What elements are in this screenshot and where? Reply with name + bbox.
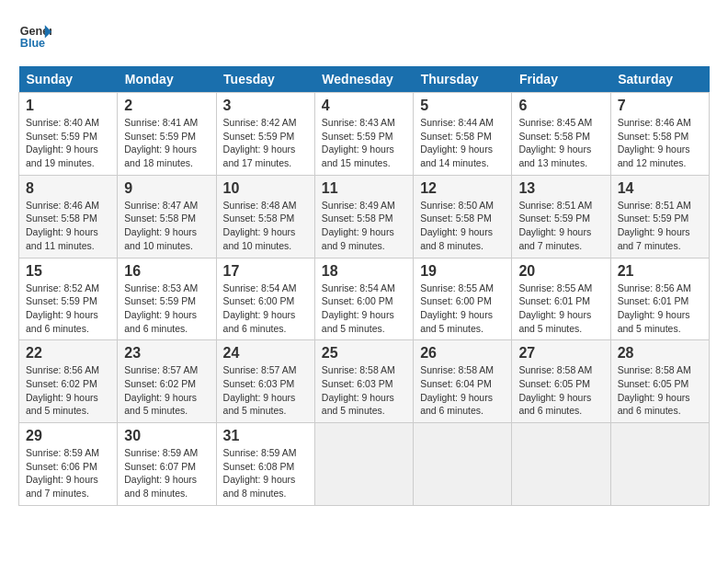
calendar-cell: 8Sunrise: 8:46 AMSunset: 5:58 PMDaylight… — [19, 175, 118, 258]
calendar-cell: 6Sunrise: 8:45 AMSunset: 5:58 PMDaylight… — [512, 93, 610, 176]
cell-info: Sunrise: 8:45 AMSunset: 5:58 PMDaylight:… — [518, 116, 603, 170]
calendar-cell: 2Sunrise: 8:41 AMSunset: 5:59 PMDaylight… — [118, 93, 216, 176]
cell-info: Sunrise: 8:46 AMSunset: 5:58 PMDaylight:… — [618, 116, 702, 170]
cell-info: Sunrise: 8:57 AMSunset: 6:02 PMDaylight:… — [124, 363, 209, 418]
day-number: 19 — [420, 263, 505, 280]
calendar-cell: 3Sunrise: 8:42 AMSunset: 5:59 PMDaylight… — [216, 93, 314, 176]
cell-info: Sunrise: 8:50 AMSunset: 5:58 PMDaylight:… — [420, 199, 505, 253]
calendar-cell: 22Sunrise: 8:56 AMSunset: 6:02 PMDayligh… — [19, 340, 118, 423]
day-number: 21 — [618, 263, 702, 280]
day-number: 30 — [124, 428, 209, 444]
calendar-cell: 5Sunrise: 8:44 AMSunset: 5:58 PMDaylight… — [414, 93, 512, 176]
day-header-friday: Friday — [512, 66, 610, 93]
calendar-cell — [512, 423, 610, 506]
calendar-cell: 17Sunrise: 8:54 AMSunset: 6:00 PMDayligh… — [216, 258, 314, 340]
cell-info: Sunrise: 8:51 AMSunset: 5:59 PMDaylight:… — [518, 199, 603, 253]
logo-icon: General Blue — [18, 18, 51, 52]
calendar-table: SundayMondayTuesdayWednesdayThursdayFrid… — [18, 66, 710, 506]
cell-info: Sunrise: 8:43 AMSunset: 5:59 PMDaylight:… — [322, 116, 406, 170]
calendar-cell — [414, 423, 512, 506]
day-number: 6 — [518, 98, 603, 114]
cell-info: Sunrise: 8:58 AMSunset: 6:05 PMDaylight:… — [518, 363, 603, 418]
calendar-cell — [314, 423, 413, 506]
day-number: 25 — [322, 345, 406, 362]
cell-info: Sunrise: 8:57 AMSunset: 6:03 PMDaylight:… — [223, 363, 308, 418]
calendar-cell: 29Sunrise: 8:59 AMSunset: 6:06 PMDayligh… — [19, 423, 118, 506]
day-number: 11 — [322, 180, 406, 197]
calendar-cell: 28Sunrise: 8:58 AMSunset: 6:05 PMDayligh… — [610, 340, 709, 423]
cell-info: Sunrise: 8:54 AMSunset: 6:00 PMDaylight:… — [322, 282, 406, 336]
day-header-saturday: Saturday — [610, 66, 709, 93]
day-number: 17 — [223, 263, 308, 280]
day-number: 23 — [124, 345, 209, 362]
calendar-cell: 26Sunrise: 8:58 AMSunset: 6:04 PMDayligh… — [414, 340, 512, 423]
day-number: 18 — [322, 263, 406, 280]
cell-info: Sunrise: 8:49 AMSunset: 5:58 PMDaylight:… — [322, 199, 406, 253]
day-header-monday: Monday — [118, 66, 216, 93]
day-number: 8 — [26, 180, 110, 197]
cell-info: Sunrise: 8:44 AMSunset: 5:58 PMDaylight:… — [420, 116, 505, 170]
calendar-cell: 12Sunrise: 8:50 AMSunset: 5:58 PMDayligh… — [414, 175, 512, 258]
day-number: 29 — [26, 428, 110, 444]
day-number: 31 — [223, 428, 308, 444]
calendar-cell: 13Sunrise: 8:51 AMSunset: 5:59 PMDayligh… — [512, 175, 610, 258]
calendar-cell: 23Sunrise: 8:57 AMSunset: 6:02 PMDayligh… — [118, 340, 216, 423]
day-header-wednesday: Wednesday — [314, 66, 413, 93]
cell-info: Sunrise: 8:55 AMSunset: 6:01 PMDaylight:… — [518, 282, 603, 336]
cell-info: Sunrise: 8:59 AMSunset: 6:08 PMDaylight:… — [223, 446, 308, 500]
day-number: 28 — [618, 345, 702, 362]
day-number: 10 — [223, 180, 308, 197]
cell-info: Sunrise: 8:52 AMSunset: 5:59 PMDaylight:… — [26, 282, 110, 336]
cell-info: Sunrise: 8:59 AMSunset: 6:06 PMDaylight:… — [26, 446, 110, 500]
day-number: 26 — [420, 345, 505, 362]
calendar-cell: 11Sunrise: 8:49 AMSunset: 5:58 PMDayligh… — [314, 175, 413, 258]
day-number: 15 — [26, 263, 110, 280]
calendar-cell: 14Sunrise: 8:51 AMSunset: 5:59 PMDayligh… — [610, 175, 709, 258]
day-number: 12 — [420, 180, 505, 197]
cell-info: Sunrise: 8:55 AMSunset: 6:00 PMDaylight:… — [420, 282, 505, 336]
day-number: 3 — [223, 98, 308, 114]
calendar-cell: 16Sunrise: 8:53 AMSunset: 5:59 PMDayligh… — [118, 258, 216, 340]
day-number: 5 — [420, 98, 505, 114]
day-number: 27 — [518, 345, 603, 362]
cell-info: Sunrise: 8:58 AMSunset: 6:05 PMDaylight:… — [618, 363, 702, 418]
cell-info: Sunrise: 8:51 AMSunset: 5:59 PMDaylight:… — [618, 199, 702, 253]
svg-text:Blue: Blue — [20, 37, 45, 50]
day-number: 2 — [124, 98, 209, 114]
calendar-cell: 9Sunrise: 8:47 AMSunset: 5:58 PMDaylight… — [118, 175, 216, 258]
cell-info: Sunrise: 8:56 AMSunset: 6:02 PMDaylight:… — [26, 363, 110, 418]
day-number: 14 — [618, 180, 702, 197]
day-number: 16 — [124, 263, 209, 280]
calendar-cell: 30Sunrise: 8:59 AMSunset: 6:07 PMDayligh… — [118, 423, 216, 506]
day-number: 24 — [223, 345, 308, 362]
day-header-thursday: Thursday — [414, 66, 512, 93]
calendar-cell: 10Sunrise: 8:48 AMSunset: 5:58 PMDayligh… — [216, 175, 314, 258]
calendar-week-2: 8Sunrise: 8:46 AMSunset: 5:58 PMDaylight… — [19, 175, 710, 258]
calendar-cell: 20Sunrise: 8:55 AMSunset: 6:01 PMDayligh… — [512, 258, 610, 340]
cell-info: Sunrise: 8:58 AMSunset: 6:04 PMDaylight:… — [420, 363, 505, 418]
calendar-header: SundayMondayTuesdayWednesdayThursdayFrid… — [19, 66, 710, 93]
calendar-cell: 24Sunrise: 8:57 AMSunset: 6:03 PMDayligh… — [216, 340, 314, 423]
calendar-cell: 21Sunrise: 8:56 AMSunset: 6:01 PMDayligh… — [610, 258, 709, 340]
cell-info: Sunrise: 8:42 AMSunset: 5:59 PMDaylight:… — [223, 116, 308, 170]
calendar-week-5: 29Sunrise: 8:59 AMSunset: 6:06 PMDayligh… — [19, 423, 710, 506]
day-number: 7 — [618, 98, 702, 114]
day-number: 20 — [518, 263, 603, 280]
calendar-cell: 18Sunrise: 8:54 AMSunset: 6:00 PMDayligh… — [314, 258, 413, 340]
calendar-cell: 7Sunrise: 8:46 AMSunset: 5:58 PMDaylight… — [610, 93, 709, 176]
calendar-week-1: 1Sunrise: 8:40 AMSunset: 5:59 PMDaylight… — [19, 93, 710, 176]
day-number: 13 — [518, 180, 603, 197]
calendar-cell — [610, 423, 709, 506]
page-header: General Blue — [18, 18, 710, 52]
cell-info: Sunrise: 8:59 AMSunset: 6:07 PMDaylight:… — [124, 446, 209, 500]
calendar-cell: 25Sunrise: 8:58 AMSunset: 6:03 PMDayligh… — [314, 340, 413, 423]
calendar-cell: 31Sunrise: 8:59 AMSunset: 6:08 PMDayligh… — [216, 423, 314, 506]
day-number: 1 — [26, 98, 110, 114]
cell-info: Sunrise: 8:47 AMSunset: 5:58 PMDaylight:… — [124, 199, 209, 253]
day-number: 4 — [322, 98, 406, 114]
calendar-week-3: 15Sunrise: 8:52 AMSunset: 5:59 PMDayligh… — [19, 258, 710, 340]
cell-info: Sunrise: 8:53 AMSunset: 5:59 PMDaylight:… — [124, 282, 209, 336]
day-header-sunday: Sunday — [19, 66, 118, 93]
calendar-cell: 4Sunrise: 8:43 AMSunset: 5:59 PMDaylight… — [314, 93, 413, 176]
day-number: 9 — [124, 180, 209, 197]
